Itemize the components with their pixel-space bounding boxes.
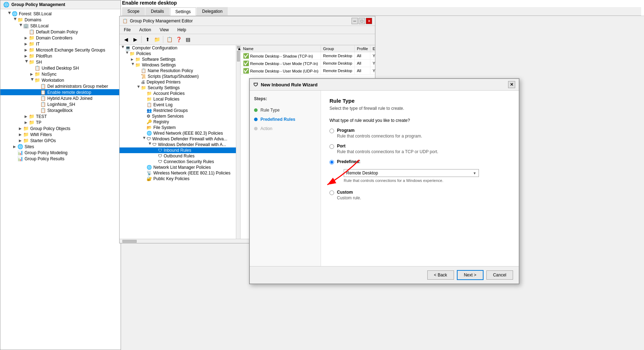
scroll-up-arrow[interactable]: ▲ <box>237 46 240 49</box>
tree-item-forest[interactable]: ▶ 🌐 Forest: SBI.Local <box>0 11 121 17</box>
tree-item-gpo[interactable]: ▶ 📁 Group Policy Objects <box>0 125 121 131</box>
wizard-step-predefined[interactable]: Predefined Rules <box>250 115 321 124</box>
tree-item-enable-remote[interactable]: ▶ 📋 Enable remote desktop <box>0 89 121 95</box>
gpo-tree-connection[interactable]: ▶ 🛡 Connection Security Rules <box>120 159 236 165</box>
gpo-tree-wd-firewall2[interactable]: ▶ 🛡 Windows Defender Firewall with A... <box>120 142 236 147</box>
gpo-tree-account-policies[interactable]: ▶ 📁 Account Policies <box>120 91 236 96</box>
tab-scope[interactable]: Scope <box>122 7 145 15</box>
predefined-dropdown[interactable]: Remote Desktop ▼ <box>344 169 479 177</box>
wizard-step-rule-type[interactable]: Rule Type <box>250 106 321 115</box>
tree-item-hybrid[interactable]: ▶ 📋 Hybrid Azure AD Joined <box>0 95 121 101</box>
menu-file[interactable]: File <box>122 27 132 33</box>
toolbar-help-btn[interactable]: ❓ <box>174 35 183 44</box>
tree-item-domains[interactable]: ▶ 📁 Domains <box>0 17 121 23</box>
table-row[interactable]: ✅ Remote Desktop - User Mode (UDP-In) Re… <box>241 67 375 75</box>
tree-item-unified[interactable]: ▶ 📋 Unified Desktop SH <box>0 65 121 71</box>
tree-item-test[interactable]: ▶ 📁 TEST <box>0 113 121 119</box>
gpo-tree-scripts[interactable]: ▶ 📜 Scripts (Startup/Shutdown) <box>120 74 236 79</box>
wizard-cancel-btn[interactable]: Cancel <box>486 270 513 280</box>
table-row[interactable]: ✅ Remote Desktop - User Mode (TCP-In) Re… <box>241 60 375 67</box>
gpo-tree-security[interactable]: ▶ 📁 Security Settings <box>120 85 236 91</box>
radio-option-program[interactable]: Program Rule that controls connections f… <box>329 128 510 139</box>
gpo-tree-outbound[interactable]: ▶ 🛡 Outbound Rules <box>120 153 236 159</box>
gpo-tree-policies[interactable]: ▶ 📁 Policies <box>120 51 236 56</box>
gpo-tree-printers[interactable]: ▶ 🖨 Deployed Printers <box>120 79 236 85</box>
radio-option-custom[interactable]: Custom Custom rule. <box>329 190 510 200</box>
col-profile[interactable]: Profile <box>354 45 370 52</box>
gpo-tree-public-key[interactable]: ▶ 🔐 Public Key Policies <box>120 176 236 182</box>
radio-option-port[interactable]: Port Rule that controls connections for … <box>329 144 510 154</box>
policies-icon: 📁 <box>130 51 135 56</box>
gpo-tree-registry[interactable]: ▶ 🔑 Registry <box>120 119 236 125</box>
toolbar-copy-btn[interactable]: 📋 <box>165 35 174 44</box>
tree-item-gp-results[interactable]: ▶ 📊 Group Policy Results <box>0 156 121 162</box>
gpo-minimize-btn[interactable]: ─ <box>352 18 358 24</box>
toolbar-forward-btn[interactable]: ▶ <box>131 35 139 44</box>
tree-item-ms-exchange[interactable]: ▶ 📁 Microsoft Exchange Security Groups <box>0 47 121 53</box>
gpo-tree-panel[interactable]: ▶ 💻 Computer Configuration ▶ 📁 Policies … <box>120 45 236 239</box>
gpo-tree-comp-config[interactable]: ▶ 💻 Computer Configuration <box>120 45 236 51</box>
radio-custom[interactable] <box>329 190 334 195</box>
gpo-tree-restricted[interactable]: ▶ 👥 Restricted Groups <box>120 108 236 113</box>
gpo-tree-local-policies[interactable]: ▶ 📁 Local Policies <box>120 96 236 102</box>
toolbar-back-btn[interactable]: ◀ <box>122 35 130 44</box>
tree-item-storage-block[interactable]: ▶ 📋 StorageBlock <box>0 107 121 113</box>
tree-item-sites[interactable]: ▶ 🌐 Sites <box>0 144 121 150</box>
tree-item-login-note[interactable]: ▶ 📋 LoginNote_SH <box>0 101 121 107</box>
toolbar-folder-btn[interactable]: 📁 <box>153 35 161 44</box>
gpo-tree-scrollbar[interactable]: ▲ <box>236 45 240 239</box>
policies-label: Policies <box>136 51 151 56</box>
gpo-tree-wireless[interactable]: ▶ 📡 Wireless Network (IEEE 802.11) Polic… <box>120 170 236 176</box>
radio-option-predefined[interactable]: Predefined: <box>329 159 510 165</box>
tree-item-sh[interactable]: ▶ 📁 SH <box>0 59 121 65</box>
gpo-tree-name-res[interactable]: ▶ 📋 Name Resolution Policy <box>120 68 236 74</box>
tree-item-sbi[interactable]: ▶ 🏢 SBI.Local <box>0 23 121 29</box>
wizard-next-btn[interactable]: Next > <box>457 270 484 280</box>
toolbar-list-btn[interactable]: ▤ <box>184 35 192 44</box>
tree-item-pilotrun[interactable]: ▶ 📁 PilotRun <box>0 53 121 59</box>
wizard-step-action[interactable]: Action <box>250 124 321 133</box>
tree-item-it[interactable]: ▶ 📁 IT <box>0 41 121 47</box>
gpo-tree-file-system[interactable]: ▶ 📂 File System <box>120 125 236 130</box>
table-row[interactable]: ✅ Remote Desktop - Shadow (TCP-In) Remot… <box>241 52 375 60</box>
gpo-tree-network-list[interactable]: ▶ 🌐 Network List Manager Policies <box>120 165 236 170</box>
tree-item-starter[interactable]: ▶ 📁 Starter GPOs <box>0 138 121 144</box>
wizard-back-btn[interactable]: < Back <box>427 270 454 280</box>
gpo-close-btn[interactable]: ✕ <box>366 18 372 24</box>
storage-block-icon: 📋 <box>40 108 46 113</box>
wizard-close-btn[interactable]: ✕ <box>508 81 515 88</box>
hscroll-thumb[interactable] <box>122 240 137 243</box>
menu-action[interactable]: Action <box>138 27 152 33</box>
col-name[interactable]: Name <box>241 45 321 52</box>
tree-item-wmi[interactable]: ▶ 📁 WMI Filters <box>0 131 121 138</box>
tree-item-nosync[interactable]: ▶ 📁 NoSync <box>0 71 121 77</box>
gpm-tree[interactable]: ▶ 🌐 Forest: SBI.Local ▶ 📁 Domains ▶ 🏢 SB… <box>0 9 121 350</box>
gpo-tree-wired[interactable]: ▶ 🌐 Wired Network (IEEE 802.3) Policies <box>120 130 236 136</box>
toolbar-up-btn[interactable]: ⬆ <box>143 35 152 44</box>
tab-delegation[interactable]: Delegation <box>197 7 228 15</box>
tree-item-tp[interactable]: ▶ 📁 TP <box>0 119 121 125</box>
tree-item-default-domain[interactable]: ▶ 📋 Default Domain Policy <box>0 29 121 35</box>
radio-port[interactable] <box>329 144 334 149</box>
tree-item-workstation[interactable]: ▶ 📁 Workstation <box>0 77 121 83</box>
tree-item-gp-modeling[interactable]: ▶ 📊 Group Policy Modeling <box>0 150 121 156</box>
tree-item-del-admins[interactable]: ▶ 📋 Del administrators Group meber <box>0 83 121 89</box>
gpo-tree-software[interactable]: ▶ 📁 Software Settings <box>120 56 236 62</box>
gpo-tree-system-services[interactable]: ▶ ⚙ System Services <box>120 113 236 119</box>
tab-settings[interactable]: Settings <box>170 7 196 16</box>
tab-details[interactable]: Details <box>146 7 169 15</box>
gpo-maximize-btn[interactable]: □ <box>359 18 365 24</box>
radio-program-title: Program <box>337 128 422 133</box>
gpo-tree-inbound[interactable]: ▶ 🛡 Inbound Rules <box>120 147 236 153</box>
scroll-thumb[interactable] <box>237 51 240 61</box>
col-enabled[interactable]: Enabled <box>370 45 375 52</box>
radio-program[interactable] <box>329 129 334 133</box>
radio-predefined[interactable] <box>329 160 334 165</box>
tree-item-dc[interactable]: ▶ 📁 Domain Controllers <box>0 35 121 41</box>
col-group[interactable]: Group <box>321 45 355 52</box>
gpo-tree-event-log[interactable]: ▶ 📋 Event Log <box>120 102 236 108</box>
menu-help[interactable]: Help <box>176 27 188 33</box>
gpo-tree-windows-settings[interactable]: ▶ 📁 Windows Settings <box>120 62 236 68</box>
menu-view[interactable]: View <box>158 27 170 33</box>
gpo-tree-wd-firewall[interactable]: ▶ 🛡 Windows Defender Firewall with Adva.… <box>120 136 236 142</box>
